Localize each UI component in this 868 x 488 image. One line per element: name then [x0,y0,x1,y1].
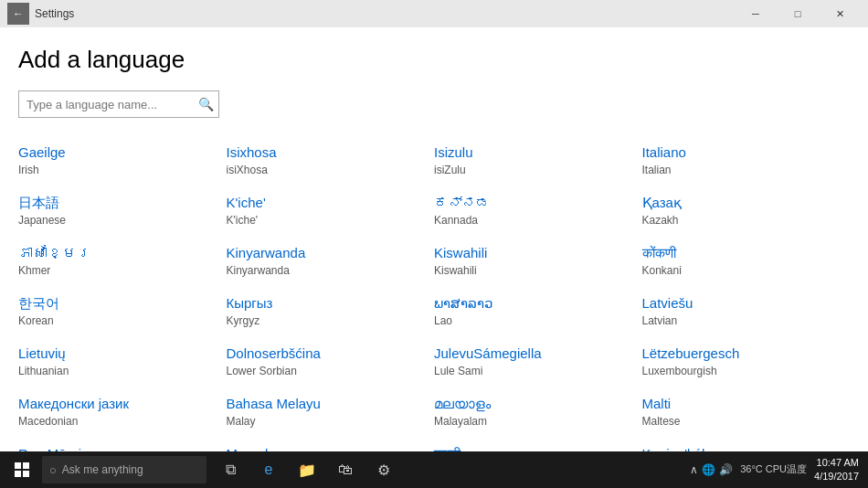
language-item[interactable]: मराठीMarathi [434,438,642,451]
language-item[interactable]: Kanien'kéhaMohawk [642,438,851,451]
lang-name: ພາສາລາວ [434,294,633,313]
taskbar: ○ Ask me anything ⧉ e 📁 🛍 ⚙ ∧ 🌐 🔊 36°C C… [0,451,868,488]
network-icon: 🌐 [702,463,715,476]
lang-sub: Khmer [18,264,217,277]
lang-sub: Lule Sami [434,365,633,377]
title-bar: ← Settings ─ □ ✕ [0,0,868,27]
volume-icon: 🔊 [719,463,733,476]
page-title: Add a language [18,46,850,74]
file-explorer-button[interactable]: 📁 [289,451,325,488]
title-bar-left: ← Settings [7,3,74,25]
lang-name: Italiano [642,143,842,162]
clock: 10:47 AM 4/19/2017 [814,456,859,484]
search-input[interactable] [19,93,193,116]
search-icon: 🔍 [193,91,218,117]
lang-sub: Lao [434,314,633,327]
language-item[interactable]: ភាសាខ្មែរKhmer [18,237,227,287]
language-item[interactable]: KinyarwandaKinyarwanda [227,237,435,287]
lang-sub: Kazakh [642,214,842,227]
language-item[interactable]: LatviešuLatvian [642,287,851,337]
language-item[interactable]: ҚазақKazakh [642,186,851,237]
title-bar-text: Settings [35,7,74,20]
maximize-button[interactable]: □ [777,0,819,27]
lang-name: Dolnoserbšćina [227,345,426,363]
lang-name: JulevuSámegiella [434,345,633,363]
svg-rect-3 [23,471,29,477]
lang-name: Қазақ [642,194,842,212]
lang-sub: Konkani [642,264,842,277]
time: 10:47 AM [814,456,859,470]
language-item[interactable]: MaltiMaltese [642,387,851,438]
cpu-temp: 36°C CPU温度 [740,462,807,476]
language-item[interactable]: JulevuSámegiellaLule Sami [434,337,642,387]
lang-name: Кыргыз [227,294,426,313]
lang-sub: Macedonian [18,415,217,428]
lang-name: Latviešu [642,294,842,313]
language-item[interactable]: КыргызKyrgyz [227,287,435,337]
language-item[interactable]: 日本語Japanese [18,186,227,237]
language-item[interactable]: GaeilgeIrish [18,136,227,186]
svg-rect-2 [15,471,21,477]
lang-name: Bahasa Melayu [227,395,426,413]
lang-sub: Italian [642,164,842,176]
language-item[interactable]: Bahasa MelayuMalay [227,387,435,438]
taskbar-right: ∧ 🌐 🔊 36°C CPU温度 10:47 AM 4/19/2017 [690,456,864,484]
language-item[interactable]: कोंकणीKonkani [642,237,851,287]
lang-name: Isixhosa [227,143,426,162]
language-item[interactable]: ItalianoItalian [642,136,851,186]
language-item[interactable]: IsixhosaisiXhosa [227,136,435,186]
lang-name: 日本語 [18,194,217,212]
chevron-icon: ∧ [690,463,698,476]
lang-sub: Malay [227,415,426,428]
date: 4/19/2017 [814,470,859,483]
lang-name: 한국어 [18,294,217,313]
lang-name: Isizulu [434,143,633,162]
language-item[interactable]: LietuviųLithuanian [18,337,227,387]
lang-sub: Kiswahili [434,264,633,277]
window-controls: ─ □ ✕ [735,0,861,27]
lang-name: Lietuvių [18,345,217,363]
lang-sub: Japanese [18,214,217,227]
svg-rect-0 [15,462,21,469]
language-item[interactable]: MapudungunMapudungun [227,438,435,451]
language-item[interactable]: ພາສາລາວLao [434,287,642,337]
lang-sub: Latvian [642,314,842,327]
settings-button[interactable]: ⚙ [365,451,402,488]
task-view-button[interactable]: ⧉ [212,451,249,488]
language-item[interactable]: IsizuluisiZulu [434,136,642,186]
lang-name: ಕನ್ನಡ [434,194,633,212]
minimize-button[interactable]: ─ [735,0,777,27]
lang-sub: Lithuanian [18,365,217,377]
lang-name: मराठी [434,445,633,451]
language-item[interactable]: K'iche'K'iche' [227,186,435,237]
content-area: Add a language 🔍 GaeilgeIrishIsixhosaisi… [0,27,868,451]
language-item[interactable]: DolnoserbšćinaLower Sorbian [227,337,435,387]
lang-sub: Irish [18,164,217,176]
language-item[interactable]: KiswahiliKiswahili [434,237,642,287]
edge-button[interactable]: e [250,451,287,488]
store-button[interactable]: 🛍 [327,451,364,488]
lang-name: ភាសាខ្មែរ [18,244,217,262]
lang-sub: Korean [18,314,217,327]
lang-sub: isiXhosa [227,164,426,176]
lang-name: മലയാളം [434,395,633,413]
language-item[interactable]: LëtzebuergeschLuxembourgish [642,337,851,387]
language-item[interactable]: Reo MāoriMaori [18,438,227,451]
search-box[interactable]: 🔍 [18,90,219,118]
back-button[interactable]: ← [7,3,29,25]
language-item[interactable]: മലയാളംMalayalam [434,387,642,438]
taskbar-search[interactable]: ○ Ask me anything [42,456,206,483]
lang-name: Lëtzebuergesch [642,345,842,363]
start-button[interactable] [4,451,40,488]
lang-sub: Lower Sorbian [227,365,426,377]
lang-name: Malti [642,395,842,413]
lang-name: Kinyarwanda [227,244,426,262]
language-item[interactable]: ಕನ್ನಡKannada [434,186,642,237]
language-item[interactable]: 한국어Korean [18,287,227,337]
system-tray-icons: ∧ 🌐 🔊 [690,463,733,476]
lang-sub: Kyrgyz [227,314,426,327]
lang-name: कोंकणी [642,244,842,262]
lang-name: K'iche' [227,194,426,212]
language-item[interactable]: Македонски јазикMacedonian [18,387,227,438]
close-button[interactable]: ✕ [819,0,861,27]
